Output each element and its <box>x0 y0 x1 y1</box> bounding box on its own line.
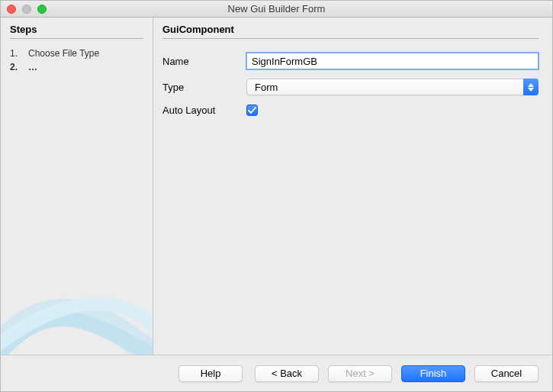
main-panel: GuiComponent Name Type Form Auto Layout <box>153 18 552 355</box>
dialog-window: New Gui Builder Form Steps 1. Choose Fil… <box>0 0 553 392</box>
cancel-button[interactable]: Cancel <box>474 365 539 382</box>
steps-heading: Steps <box>10 24 143 35</box>
step-item: 1. Choose File Type <box>10 47 143 60</box>
window-title: New Gui Builder Form <box>1 3 552 14</box>
back-button[interactable]: < Back <box>255 365 319 382</box>
footer: Help < Back Next > Finish Cancel <box>1 355 552 391</box>
decorative-swoosh <box>1 248 153 355</box>
step-number: 2. <box>10 60 21 74</box>
back-button-label: < Back <box>272 368 302 379</box>
auto-layout-label: Auto Layout <box>162 104 246 116</box>
chevron-up-down-icon <box>523 79 539 95</box>
type-select-value: Form <box>246 79 539 95</box>
panel-heading: GuiComponent <box>162 24 539 35</box>
window-controls <box>7 5 47 14</box>
columns: Steps 1. Choose File Type 2. … <box>1 18 552 355</box>
step-item: 2. … <box>10 60 143 74</box>
titlebar: New Gui Builder Form <box>1 1 552 18</box>
step-label: … <box>28 60 37 74</box>
steps-sidebar: Steps 1. Choose File Type 2. … <box>1 18 153 355</box>
minimize-icon <box>22 5 31 14</box>
step-label: Choose File Type <box>28 47 99 60</box>
dialog-content: Steps 1. Choose File Type 2. … <box>1 18 552 391</box>
next-button-label: Next > <box>346 368 375 379</box>
auto-layout-cell <box>246 104 539 116</box>
zoom-icon[interactable] <box>37 5 47 14</box>
auto-layout-checkbox[interactable] <box>246 104 258 116</box>
steps-list: 1. Choose File Type 2. … <box>10 47 143 74</box>
steps-divider <box>10 38 143 39</box>
form-grid: Name Type Form Auto Layout <box>162 53 539 116</box>
next-button: Next > <box>328 365 392 382</box>
check-icon <box>248 107 256 114</box>
finish-button[interactable]: Finish <box>401 365 465 382</box>
panel-divider <box>162 38 539 39</box>
step-number: 1. <box>10 47 21 60</box>
close-icon[interactable] <box>7 5 16 14</box>
name-input[interactable] <box>246 53 539 69</box>
help-button[interactable]: Help <box>178 365 243 382</box>
help-button-label: Help <box>201 368 221 379</box>
finish-button-label: Finish <box>420 368 447 379</box>
cancel-button-label: Cancel <box>491 368 522 379</box>
type-select[interactable]: Form <box>246 79 539 95</box>
name-label: Name <box>162 56 246 67</box>
type-label: Type <box>162 82 246 93</box>
